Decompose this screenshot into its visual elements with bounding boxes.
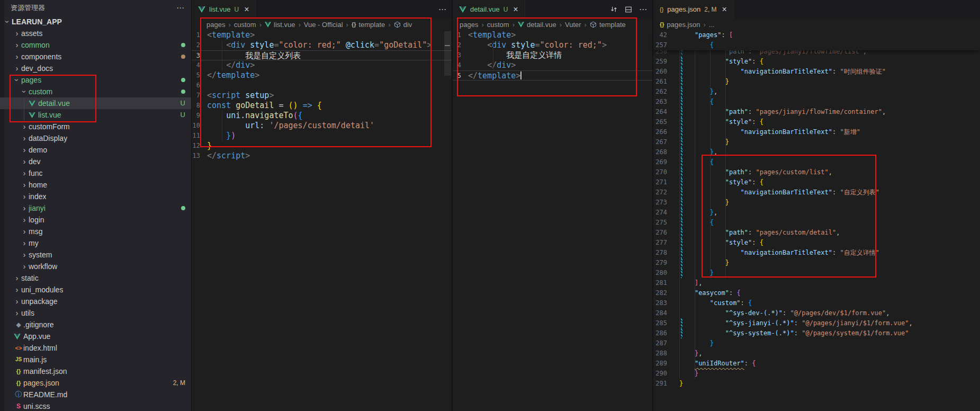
chevron-right-icon[interactable]: › bbox=[20, 156, 29, 167]
breadcrumb-segment[interactable]: pages bbox=[206, 21, 225, 29]
chevron-down-icon[interactable]: › bbox=[11, 76, 23, 84]
tree-item-readme.md[interactable]: ⓘREADME.md bbox=[0, 389, 192, 400]
code-editor-detail-vue[interactable]: 1<template>2 <div style="color: red;">3 … bbox=[453, 30, 652, 81]
code-line-1[interactable]: 1<template> bbox=[453, 30, 652, 40]
chevron-right-icon[interactable]: › bbox=[13, 307, 21, 319]
code-line-13[interactable]: 13</script> bbox=[192, 151, 452, 161]
code-line-262[interactable]: 262 }, bbox=[653, 87, 980, 97]
code-line-289[interactable]: 289 "uniIdRouter": { bbox=[653, 359, 980, 369]
code-line-277[interactable]: 277 "style": { bbox=[653, 238, 980, 248]
code-line-284[interactable]: 284 "^sys-dev-(.*)": "@/pages/dev/$1/for… bbox=[653, 308, 980, 318]
breadcrumb-segment[interactable]: template bbox=[599, 21, 626, 29]
tree-item-customform[interactable]: ›customForm bbox=[0, 121, 192, 132]
code-line-261[interactable]: 261 } bbox=[653, 77, 980, 87]
tree-item-list.vue[interactable]: list.vueU bbox=[0, 109, 192, 121]
code-line-5[interactable]: 5</template> bbox=[453, 70, 652, 81]
tree-item-uni_modules[interactable]: ›uni_modules bbox=[0, 284, 192, 296]
tree-item-demo[interactable]: ›demo bbox=[0, 144, 192, 156]
tree-item-datadisplay[interactable]: ›dataDisplay bbox=[0, 132, 192, 144]
chevron-right-icon[interactable]: › bbox=[13, 284, 21, 296]
breadcrumb-segment[interactable]: detail.vue bbox=[527, 21, 556, 29]
code-line-273[interactable]: 273 } bbox=[653, 198, 980, 208]
sticky-scroll[interactable]: 42 "pages": [257 { bbox=[653, 30, 980, 50]
tree-item-home[interactable]: ›home bbox=[0, 179, 192, 191]
chevron-right-icon[interactable]: › bbox=[20, 202, 29, 214]
chevron-down-icon[interactable]: › bbox=[2, 17, 13, 26]
code-line-11[interactable]: 11 }) bbox=[192, 131, 452, 141]
breadcrumb-segment[interactable]: list.vue bbox=[274, 21, 295, 29]
code-line-271[interactable]: 271 "style": { bbox=[653, 177, 980, 187]
breadcrumb-segment[interactable]: template bbox=[358, 21, 385, 29]
tree-item-index[interactable]: ›index bbox=[0, 191, 192, 202]
tree-item-learun_app[interactable]: ›LEARUN_APP bbox=[0, 16, 192, 28]
tree-item-system[interactable]: ›system bbox=[0, 249, 192, 261]
breadcrumb[interactable]: pages›custom›list.vue›Vue - Official›{}t… bbox=[192, 19, 452, 30]
chevron-right-icon[interactable]: › bbox=[13, 62, 21, 74]
code-line-259[interactable]: 259 "style": { bbox=[653, 57, 980, 67]
code-line-288[interactable]: 288 }, bbox=[653, 349, 980, 359]
chevron-down-icon[interactable]: › bbox=[19, 87, 30, 96]
code-line-2[interactable]: 2 <div style="color: red;" @click="goDet… bbox=[192, 40, 452, 50]
code-line-286[interactable]: 286 "^sys-system-(.*)": "@/pages/system/… bbox=[653, 328, 980, 338]
tree-item-static[interactable]: ›static bbox=[0, 272, 192, 284]
breadcrumb-segment[interactable]: ... bbox=[709, 21, 715, 29]
chevron-right-icon[interactable]: › bbox=[20, 261, 29, 272]
editor-tab-detail-vue[interactable]: detail.vueU× bbox=[453, 0, 525, 19]
tree-item-manifest.json[interactable]: {}manifest.json bbox=[0, 365, 192, 377]
tree-item-unpackage[interactable]: ›unpackage bbox=[0, 296, 192, 307]
code-editor-list-vue[interactable]: 1<template>2 <div style="color: red;" @c… bbox=[192, 30, 452, 161]
more-icon[interactable]: ⋯ bbox=[639, 5, 647, 14]
breadcrumb[interactable]: {}pages.json›... bbox=[653, 19, 980, 30]
code-line-257[interactable]: 257 { bbox=[653, 40, 980, 50]
breadcrumb-segment[interactable]: Vuter bbox=[565, 21, 581, 29]
tree-item-components[interactable]: ›components bbox=[0, 51, 192, 62]
tree-item-custom[interactable]: ›custom bbox=[0, 86, 192, 97]
code-line-12[interactable]: 12} bbox=[192, 141, 452, 151]
explorer-more-icon[interactable]: ⋯ bbox=[176, 0, 184, 16]
chevron-right-icon[interactable]: › bbox=[20, 144, 29, 156]
code-line-287[interactable]: 287 } bbox=[653, 338, 980, 349]
chevron-right-icon[interactable]: › bbox=[20, 132, 29, 144]
close-icon[interactable]: × bbox=[244, 5, 249, 14]
close-icon[interactable]: × bbox=[722, 5, 727, 14]
more-icon[interactable]: ⋯ bbox=[438, 5, 446, 14]
tree-item-func[interactable]: ›func bbox=[0, 167, 192, 179]
scrollbar[interactable] bbox=[444, 31, 451, 76]
code-line-283[interactable]: 283 "custom": { bbox=[653, 298, 980, 308]
tree-item-msg[interactable]: ›msg bbox=[0, 226, 192, 237]
close-icon[interactable]: × bbox=[513, 5, 518, 14]
tree-item-my[interactable]: ›my bbox=[0, 237, 192, 249]
tree-item-dev[interactable]: ›dev bbox=[0, 156, 192, 167]
code-line-290[interactable]: 290 } bbox=[653, 369, 980, 379]
code-line-42[interactable]: 42 "pages": [ bbox=[653, 30, 980, 40]
code-editor-pages-json[interactable]: 258 "path": "pages/jianyi/flowTime/list"… bbox=[653, 50, 980, 411]
tree-item-workflow[interactable]: ›workflow bbox=[0, 261, 192, 272]
tree-item-uni.scss[interactable]: Suni.scss bbox=[0, 400, 192, 411]
code-line-291[interactable]: 291} bbox=[653, 379, 980, 389]
tree-item-dev_docs[interactable]: ›dev_docs bbox=[0, 62, 192, 74]
tree-item-pages.json[interactable]: {}pages.json2, M bbox=[0, 377, 192, 389]
tree-item-app.vue[interactable]: App.vue bbox=[0, 330, 192, 342]
tree-item-jianyi[interactable]: ›jianyi bbox=[0, 202, 192, 214]
breadcrumb-segment[interactable]: custom bbox=[487, 21, 509, 29]
chevron-right-icon[interactable]: › bbox=[20, 167, 29, 179]
code-line-8[interactable]: 8const goDetail = () => { bbox=[192, 101, 452, 111]
tree-item-detail.vue[interactable]: detail.vueU bbox=[0, 97, 192, 109]
chevron-right-icon[interactable]: › bbox=[20, 249, 29, 261]
code-line-4[interactable]: 4 </div> bbox=[453, 60, 652, 70]
code-line-267[interactable]: 267 } bbox=[653, 137, 980, 147]
code-line-9[interactable]: 9 uni.navigateTo({ bbox=[192, 111, 452, 121]
code-line-263[interactable]: 263 { bbox=[653, 97, 980, 107]
code-line-268[interactable]: 268 }, bbox=[653, 147, 980, 157]
code-line-1[interactable]: 1<template> bbox=[192, 30, 452, 40]
code-line-4[interactable]: 4 </div> bbox=[192, 60, 452, 70]
code-line-3[interactable]: 3 我是自定义详情 bbox=[453, 50, 652, 60]
tree-item-main.js[interactable]: JSmain.js bbox=[0, 354, 192, 365]
tree-item-common[interactable]: ›common bbox=[0, 39, 192, 51]
code-line-258[interactable]: 258 "path": "pages/jianyi/flowTime/list"… bbox=[653, 50, 980, 57]
chevron-right-icon[interactable]: › bbox=[20, 121, 29, 132]
code-line-278[interactable]: 278 "navigationBarTitleText": "自定义详情" bbox=[653, 248, 980, 258]
open-changes-icon[interactable] bbox=[610, 5, 618, 13]
code-line-276[interactable]: 276 "path": "pages/custom/detail", bbox=[653, 228, 980, 238]
tree-item-utils[interactable]: ›utils bbox=[0, 307, 192, 319]
